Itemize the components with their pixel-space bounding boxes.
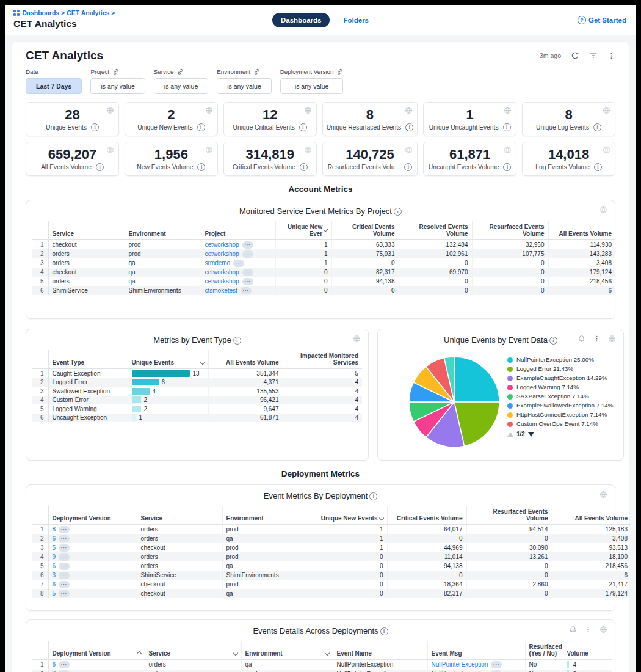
column-header-event-msg[interactable]: Event Msg bbox=[427, 641, 525, 660]
info-icon[interactable]: i bbox=[96, 163, 104, 171]
info-icon[interactable]: i bbox=[233, 337, 241, 345]
column-header-all-events-volume[interactable]: All Events Volume bbox=[552, 506, 631, 525]
column-header-environment[interactable]: Environment bbox=[241, 641, 333, 660]
info-icon[interactable]: i bbox=[549, 337, 557, 345]
info-icon[interactable]: i bbox=[197, 123, 205, 131]
tile-globe-icon[interactable] bbox=[603, 146, 610, 154]
cell-link[interactable]: NullPointerException bbox=[432, 661, 488, 668]
column-header-resurfaced[interactable]: Resurfaced(Yes / No) bbox=[525, 641, 563, 660]
globe-icon[interactable] bbox=[599, 626, 607, 634]
cell-link[interactable]: 9 bbox=[53, 553, 56, 560]
cell-link[interactable]: ctsmoketest bbox=[205, 287, 237, 294]
tile-globe-icon[interactable] bbox=[603, 106, 610, 114]
filter-icon[interactable] bbox=[589, 51, 598, 60]
more-pill[interactable]: ··· bbox=[59, 553, 70, 561]
more-pill[interactable]: ··· bbox=[59, 661, 70, 668]
info-icon[interactable]: i bbox=[594, 163, 602, 171]
column-header-event-type[interactable]: Event Type bbox=[48, 350, 128, 369]
globe-icon[interactable] bbox=[599, 491, 607, 499]
filter-value-button[interactable]: Last 7 Days bbox=[26, 78, 82, 94]
bell-icon[interactable] bbox=[578, 335, 585, 343]
tab-folders[interactable]: Folders bbox=[343, 16, 369, 24]
legend-item[interactable]: HttpHostConnectException 7.14% bbox=[507, 411, 616, 419]
kebab-menu-icon[interactable] bbox=[584, 626, 592, 634]
info-icon[interactable]: i bbox=[394, 208, 402, 216]
column-header-service[interactable]: Service bbox=[137, 506, 222, 525]
cell-link[interactable]: cetworkshop bbox=[205, 278, 239, 285]
more-pill[interactable]: ··· bbox=[233, 260, 244, 267]
info-icon[interactable]: i bbox=[503, 123, 511, 131]
filter-value-button[interactable]: is any value bbox=[90, 78, 145, 94]
column-header-resurfaced-events-volume[interactable]: Resurfaced Events Volume bbox=[472, 221, 548, 240]
column-header-project[interactable]: Project bbox=[201, 221, 275, 240]
breadcrumb-text[interactable]: Dashboards > CET Analytics > bbox=[23, 9, 115, 16]
more-pill[interactable]: ··· bbox=[241, 287, 252, 294]
more-pill[interactable]: ··· bbox=[242, 241, 253, 249]
globe-icon[interactable] bbox=[599, 206, 607, 214]
cell-link[interactable]: 3 bbox=[53, 572, 56, 579]
pie-slice[interactable] bbox=[454, 357, 499, 402]
more-pill[interactable]: ··· bbox=[242, 269, 253, 276]
cell-link[interactable]: 6 bbox=[53, 581, 56, 588]
pie-chart[interactable] bbox=[405, 351, 504, 450]
cell-link[interactable]: 6 bbox=[53, 535, 56, 542]
column-header-resolved-events-volume[interactable]: Resolved Events Volume bbox=[399, 221, 472, 240]
column-header-critical-events-volume[interactable]: Critical Events Volume bbox=[331, 221, 399, 240]
legend-item[interactable]: ExampleCaughtException 14.29% bbox=[507, 374, 616, 382]
info-icon[interactable]: i bbox=[369, 492, 377, 500]
info-icon[interactable]: i bbox=[91, 123, 99, 131]
more-pill[interactable]: ··· bbox=[59, 526, 70, 533]
legend-item[interactable]: SAXParseException 7.14% bbox=[507, 393, 616, 401]
info-icon[interactable]: i bbox=[380, 627, 388, 635]
column-header-resurfaced-events-volume[interactable]: Resurfaced Events Volume bbox=[466, 506, 552, 525]
filter-value-button[interactable]: is any value bbox=[217, 78, 271, 94]
globe-icon[interactable] bbox=[353, 335, 361, 343]
tile-globe-icon[interactable] bbox=[504, 146, 512, 154]
refresh-icon[interactable] bbox=[571, 51, 579, 60]
more-pill[interactable]: ··· bbox=[242, 250, 253, 258]
cell-link[interactable]: 6 bbox=[53, 563, 56, 569]
more-pill[interactable]: ··· bbox=[491, 661, 502, 668]
legend-item[interactable]: Logged Warning 7.14% bbox=[507, 384, 616, 392]
cell-link[interactable]: cetworkshop bbox=[205, 250, 239, 257]
tile-globe-icon[interactable] bbox=[304, 106, 312, 114]
column-header-deployment-version[interactable]: Deployment Version bbox=[48, 506, 137, 525]
tile-globe-icon[interactable] bbox=[205, 146, 213, 154]
refresh-icon[interactable] bbox=[571, 51, 579, 60]
tile-globe-icon[interactable] bbox=[304, 146, 312, 154]
info-icon[interactable]: i bbox=[405, 123, 413, 131]
tile-globe-icon[interactable] bbox=[106, 146, 114, 154]
legend-item[interactable]: Logged Error 21.43% bbox=[507, 365, 616, 373]
column-header-unique-events[interactable]: Unique Events bbox=[128, 350, 208, 369]
column-header-service[interactable]: Service bbox=[48, 221, 125, 240]
tile-globe-icon[interactable] bbox=[405, 146, 413, 154]
column-header-environment[interactable]: Environment bbox=[222, 506, 314, 525]
column-header-volume[interactable]: Volume bbox=[563, 641, 612, 660]
column-header-unique-new-events[interactable]: Unique New Events bbox=[314, 506, 387, 525]
more-pill[interactable]: ··· bbox=[59, 572, 70, 579]
cell-link[interactable]: 6 bbox=[53, 661, 56, 668]
tab-dashboards[interactable]: Dashboards bbox=[272, 13, 330, 27]
more-pill[interactable]: ··· bbox=[59, 590, 70, 597]
info-icon[interactable]: i bbox=[197, 163, 205, 171]
tile-globe-icon[interactable] bbox=[205, 106, 213, 114]
filter-icon[interactable] bbox=[589, 51, 598, 60]
column-header-unique-new-ever[interactable]: Unique New Ever bbox=[275, 221, 331, 240]
filter-value-button[interactable]: is any value bbox=[154, 78, 208, 94]
info-icon[interactable]: i bbox=[503, 163, 511, 171]
legend-item[interactable]: NullPointerException 25.00% bbox=[507, 356, 616, 364]
legend-item[interactable]: Custom OverOps Event 7.14% bbox=[507, 420, 616, 428]
kebab-menu-icon[interactable] bbox=[593, 335, 601, 343]
legend-item[interactable]: ExampleSwallowedException 7.14% bbox=[507, 402, 616, 410]
cell-link[interactable]: 8 bbox=[53, 526, 56, 533]
tile-globe-icon[interactable] bbox=[106, 106, 114, 114]
column-header-critical-events-volume[interactable]: Critical Events Volume bbox=[387, 506, 466, 525]
cell-link[interactable]: 5 bbox=[53, 544, 56, 551]
info-icon[interactable]: i bbox=[404, 163, 412, 171]
info-icon[interactable]: i bbox=[593, 123, 601, 131]
more-pill[interactable]: ··· bbox=[242, 278, 253, 285]
more-pill[interactable]: ··· bbox=[59, 581, 70, 588]
globe-icon[interactable] bbox=[608, 335, 616, 343]
column-header-environment[interactable]: Environment bbox=[125, 221, 201, 240]
legend-page-up-icon[interactable] bbox=[507, 432, 513, 437]
